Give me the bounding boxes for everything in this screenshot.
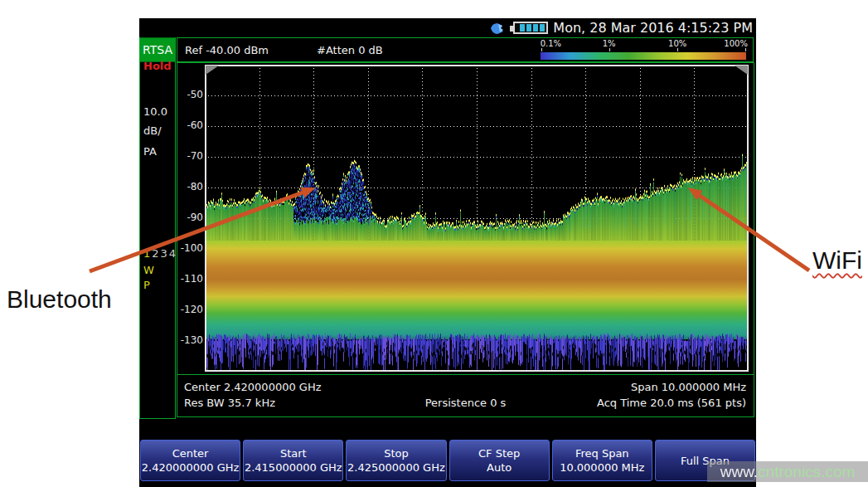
softkey-freq-span[interactable]: Freq Span10.000000 MHz (552, 440, 652, 481)
page: Mon, 28 Mar 2016 4:15:23 PM RTSA Ref -40… (0, 0, 868, 487)
hold-indicator: Hold (143, 60, 172, 72)
center-freq-readout: Center 2.420000000 GHz (184, 381, 322, 393)
density-color-scale: 0.1%1%10%100% (541, 39, 746, 61)
color-scale-label: 10% (668, 39, 686, 48)
trace-numbers: 1234 (143, 247, 177, 260)
measurement-readouts: Center 2.420000000 GHz Span 10.000000 MH… (177, 374, 754, 417)
y-tick-label: -70 (177, 150, 203, 162)
softkey-start[interactable]: Start2.415000000 GHz (243, 440, 343, 481)
color-scale-label: 100% (724, 39, 748, 48)
softkey-cf-step[interactable]: CF StepAuto (449, 440, 550, 481)
trace-p-flag: P (143, 279, 150, 291)
softkey-value: Auto (487, 460, 512, 475)
left-status-column: Hold 10.0 dB/ PA 1234 W P (139, 37, 176, 419)
softkey-label: Stop (384, 446, 409, 460)
trace-active: 1 (143, 247, 152, 260)
softkey-stop[interactable]: Stop2.425000000 GHz (346, 440, 446, 481)
bluetooth-callout-label: Bluetooth (7, 285, 112, 314)
datetime-text: Mon, 28 Mar 2016 4:15:23 PM (553, 20, 753, 36)
spectrum-canvas (205, 65, 749, 372)
y-tick-label: -90 (177, 212, 203, 223)
scale-per-div-unit: dB/ (143, 124, 162, 137)
rbw-readout: Res BW 35.7 kHz (184, 397, 275, 409)
y-tick-label: -80 (177, 181, 203, 192)
trace-write-flag: W (143, 264, 154, 276)
y-tick-label: -110 (177, 273, 203, 285)
watermark: www.cntronics.com (707, 461, 868, 482)
y-tick-label: -60 (177, 119, 203, 131)
persistence-readout: Persistence 0 s (425, 397, 507, 409)
y-tick-label: -100 (177, 242, 203, 254)
color-scale-ticks (541, 50, 746, 52)
external-power-icon (488, 21, 508, 36)
softkey-value: 10.000000 MHz (560, 460, 644, 475)
watermark-domain: cntronics.com (758, 463, 855, 481)
softkey-value: 2.425000000 GHz (347, 460, 445, 475)
scale-per-div-value: 10.0 (143, 105, 167, 118)
y-tick-label: -130 (177, 334, 203, 346)
watermark-prefix: www. (720, 463, 758, 481)
y-tick-label: -50 (177, 89, 203, 100)
preamp-indicator: PA (143, 145, 157, 158)
wifi-callout-label: WiFi (812, 246, 862, 275)
spectrum-display-area: -50-60-70-80-90-100-110-120-130 Center 2… (177, 62, 754, 417)
softkey-label: Start (280, 446, 307, 460)
status-bar: Mon, 28 Mar 2016 4:15:23 PM (139, 18, 756, 37)
battery-icon (513, 22, 548, 34)
softkey-value: 2.420000000 GHz (142, 460, 240, 475)
atten-readout: #Atten 0 dB (317, 44, 383, 56)
header-bar: Ref -40.00 dBm #Atten 0 dB 0.1%1%10%100% (177, 37, 754, 62)
trace-inactive: 234 (152, 247, 177, 260)
softkey-label: CF Step (478, 446, 520, 460)
color-scale-gradient (541, 52, 746, 60)
acq-time-readout: Acq Time 20.0 ms (561 pts) (597, 397, 746, 409)
y-tick-label: -120 (177, 304, 203, 315)
span-readout: Span 10.000000 MHz (631, 381, 746, 393)
softkey-row: Center2.420000000 GHzStart2.415000000 GH… (140, 440, 755, 481)
color-scale-label: 1% (603, 39, 616, 48)
ref-level-readout: Ref -40.00 dBm (185, 44, 269, 56)
softkey-label: Freq Span (575, 446, 629, 460)
color-scale-labels: 0.1%1%10%100% (541, 39, 746, 50)
softkey-value: 2.415000000 GHz (245, 460, 342, 475)
color-scale-label: 0.1% (541, 39, 561, 48)
softkey-label: Center (172, 446, 209, 460)
softkey-center[interactable]: Center2.420000000 GHz (140, 440, 240, 481)
analyzer-screen: Mon, 28 Mar 2016 4:15:23 PM RTSA Ref -40… (139, 18, 756, 487)
